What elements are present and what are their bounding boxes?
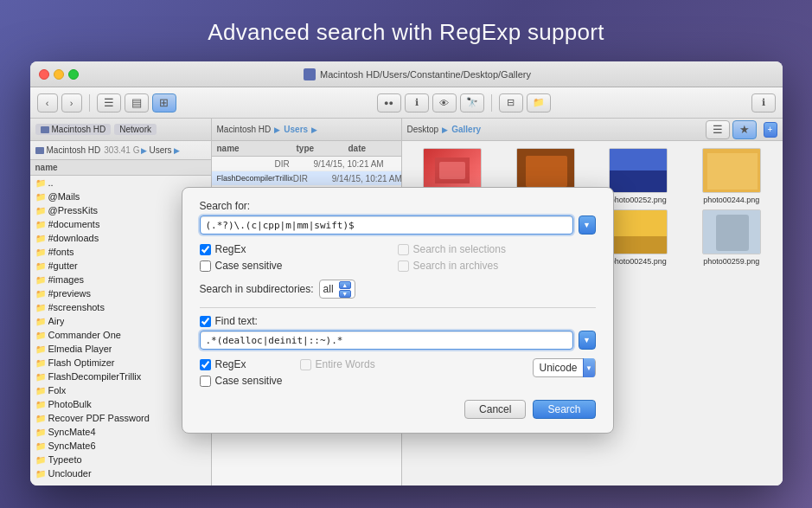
- svg-rect-3: [526, 156, 567, 187]
- stepper-down[interactable]: ▼: [339, 290, 351, 298]
- thumbnail-label: photo00252.png: [611, 196, 667, 204]
- maximize-button[interactable]: [68, 69, 79, 80]
- search-dropdown-button[interactable]: ▼: [579, 215, 596, 235]
- folder-icon: 📁: [35, 372, 46, 382]
- search-for-label: Search for:: [200, 200, 596, 212]
- regex-checkbox[interactable]: [200, 244, 211, 255]
- thumbnail-item[interactable]: photo00259.png: [687, 209, 776, 266]
- file-name: #images: [48, 274, 85, 285]
- file-name: SyncMate6: [48, 440, 96, 451]
- regex-label[interactable]: RegEx: [215, 243, 246, 255]
- file-name: @Mails: [48, 191, 80, 202]
- path-drive-icon: [35, 147, 44, 154]
- col-type: type: [297, 144, 348, 153]
- subdirectories-stepper[interactable]: ▲ ▼: [339, 281, 351, 298]
- stepper-up[interactable]: ▲: [339, 281, 351, 289]
- folder-icon: 📁: [35, 261, 46, 271]
- traffic-lights: [39, 69, 79, 80]
- eye-button[interactable]: 👁: [432, 93, 457, 113]
- table-row[interactable]: FlashDecompilerTrillix DIR 9/14/15, 10:2…: [212, 171, 401, 186]
- path-separator-2: ▶: [174, 146, 180, 155]
- table-header: name type date: [212, 141, 401, 157]
- file-name: Elmedia Player: [48, 344, 112, 354]
- svg-rect-5: [610, 170, 668, 193]
- panel-button[interactable]: ⊟: [499, 93, 523, 113]
- entire-words-label: Entire Words: [316, 358, 375, 370]
- case-sensitive-checkbox[interactable]: [200, 260, 211, 272]
- list-item[interactable]: 📁 Typeeto: [30, 453, 211, 466]
- back-button[interactable]: ‹: [37, 93, 58, 113]
- sidebar-path-users: Users: [149, 145, 171, 155]
- cancel-button[interactable]: Cancel: [464, 400, 526, 419]
- search-in-archives-checkbox[interactable]: [398, 260, 409, 272]
- table-row[interactable]: DIR 9/14/15, 10:21 AM: [212, 157, 401, 171]
- unicode-value: Unicode: [534, 362, 582, 374]
- file-name: Commander One: [48, 330, 121, 340]
- unicode-dropdown-button[interactable]: ▼: [583, 358, 595, 377]
- folder-icon: 📁: [35, 192, 46, 202]
- folder-button[interactable]: 📁: [527, 93, 551, 113]
- folder-icon: 📁: [35, 303, 46, 312]
- thumbnail-item[interactable]: photo00244.png: [687, 148, 776, 204]
- grid-view-button[interactable]: ⊞: [152, 93, 176, 113]
- detail-view-button[interactable]: ▤: [125, 93, 149, 113]
- col-date: date: [348, 144, 396, 153]
- thumbnail-label: photo00259.png: [703, 257, 759, 266]
- path-arrow-icon-2: ▶: [311, 125, 317, 134]
- case-sensitive-row: Case sensitive: [200, 260, 398, 272]
- sidebar-path-size: 303.41 G: [104, 145, 139, 155]
- toolbar-separator-1: [89, 94, 90, 112]
- file-name: PhotoBulk: [48, 399, 92, 409]
- list-view-btn-right[interactable]: ☰: [706, 120, 730, 139]
- grid-view-btn-right[interactable]: ★: [732, 120, 757, 139]
- list-item[interactable]: 📁 ..: [30, 176, 211, 190]
- sidebar-device-hd[interactable]: Macintosh HD: [35, 124, 112, 135]
- find-text-label-row: Find text:: [200, 315, 596, 327]
- regex2-label[interactable]: RegEx: [215, 358, 246, 370]
- file-name: Flash Optimizer: [48, 357, 115, 368]
- entire-words-checkbox[interactable]: [300, 359, 311, 370]
- unicode-row: Unicode ▼: [533, 358, 595, 377]
- forward-button[interactable]: ›: [61, 93, 82, 113]
- search-button[interactable]: Search: [533, 400, 595, 419]
- find-text-label[interactable]: Find text:: [215, 315, 258, 327]
- add-button[interactable]: +: [764, 122, 777, 138]
- folder-icon: 📁: [35, 428, 46, 437]
- close-button[interactable]: [39, 69, 49, 80]
- search-binoculars-button[interactable]: 🔭: [460, 93, 484, 113]
- find-text-dropdown-button[interactable]: ▼: [579, 331, 596, 350]
- find-text-checkbox[interactable]: [200, 316, 211, 327]
- case-sensitive2-checkbox[interactable]: [200, 376, 211, 387]
- right-path-desktop: Desktop: [407, 125, 439, 134]
- right-path-arrow: ▶: [442, 125, 448, 134]
- list-view-button[interactable]: ☰: [97, 93, 121, 113]
- list-item[interactable]: 📁 Unclouder: [30, 466, 211, 480]
- folder-icon: 📁: [35, 234, 46, 243]
- toggle-button-1[interactable]: ●●: [377, 93, 401, 113]
- case-sensitive2-label[interactable]: Case sensitive: [215, 375, 283, 387]
- file-name: @PressKits: [48, 205, 99, 215]
- regex2-checkbox[interactable]: [200, 359, 211, 370]
- thumbnail-image: [702, 209, 761, 254]
- file-name: #gutter: [48, 260, 78, 271]
- info-button-right[interactable]: ℹ: [751, 93, 776, 113]
- col-header-name: name: [35, 163, 58, 172]
- row-type: DIR: [293, 174, 332, 183]
- checkbox-group-1: RegEx Search in selections Case sensitiv…: [200, 243, 596, 274]
- subdirectories-label: Search in subdirectories:: [200, 283, 314, 295]
- search-in-selections-checkbox[interactable]: [398, 244, 409, 255]
- search-input-row: ▼: [200, 215, 596, 235]
- minimize-button[interactable]: [54, 69, 64, 80]
- folder-icon: 📁: [35, 414, 46, 423]
- find-text-input[interactable]: [200, 331, 573, 350]
- info-button[interactable]: ℹ: [405, 93, 429, 113]
- sidebar-device-network[interactable]: Network: [114, 124, 157, 135]
- svg-rect-1: [439, 162, 465, 179]
- list-item[interactable]: 📁 SyncMate6: [30, 439, 211, 453]
- search-input[interactable]: [200, 215, 573, 235]
- file-name: #fonts: [48, 247, 74, 257]
- subdirectories-select[interactable]: all ▲ ▼: [319, 280, 355, 299]
- folder-icon: 📁: [35, 178, 46, 188]
- unicode-select[interactable]: Unicode ▼: [533, 358, 595, 377]
- case-sensitive-label[interactable]: Case sensitive: [215, 260, 283, 272]
